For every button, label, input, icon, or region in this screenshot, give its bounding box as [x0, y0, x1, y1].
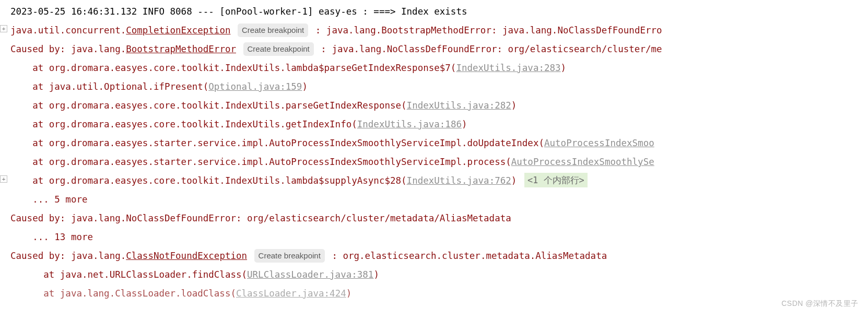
source-link[interactable]: IndexUtils.java:762 — [407, 175, 511, 186]
console-output: 2023-05-25 16:46:31.132 INFO 8068 --- [o… — [0, 0, 868, 303]
log-line-info: 2023-05-25 16:46:31.132 INFO 8068 --- [o… — [0, 2, 868, 21]
log-text: Caused by: java.lang. — [10, 251, 126, 261]
log-text: at java.util.Optional.ifPresent( — [32, 81, 208, 92]
create-breakpoint-button[interactable]: Create breakpoint — [254, 249, 325, 263]
log-line-caused-by: Caused by: java.lang.BootstrapMethodErro… — [0, 40, 868, 58]
log-text: ) — [511, 175, 517, 186]
expand-icon[interactable]: + — [0, 25, 7, 32]
exception-link[interactable]: BootstrapMethodError — [126, 44, 236, 54]
log-text: 2023-05-25 16:46:31.132 INFO 8068 --- [o… — [10, 6, 467, 17]
log-text: ) — [302, 81, 308, 92]
log-text: Caused by: java.lang.NoClassDefFoundErro… — [10, 213, 511, 223]
source-link[interactable]: AutoProcessIndexSmoothlySe — [511, 157, 654, 167]
exception-link[interactable]: ClassNotFoundException — [126, 251, 247, 261]
log-line-stack: at org.dromara.easyes.starter.service.im… — [0, 134, 868, 152]
log-text: ... 5 more — [32, 194, 87, 205]
source-link[interactable]: IndexUtils.java:282 — [407, 100, 511, 111]
log-line-stack: at org.dromara.easyes.core.toolkit.Index… — [0, 58, 868, 77]
log-text: java.util.concurrent. — [10, 25, 126, 35]
source-link[interactable]: ClassLoader.java:424 — [236, 288, 346, 299]
expand-icon[interactable]: + — [0, 175, 7, 183]
log-line-exception: + java.util.concurrent.CompletionExcepti… — [0, 21, 868, 40]
log-line-stack: at org.dromara.easyes.core.toolkit.Index… — [0, 115, 868, 134]
folded-frames-hint[interactable]: <1 个内部行> — [524, 173, 588, 187]
watermark: CSDN @深情不及里子 — [781, 294, 859, 313]
source-link[interactable]: Optional.java:159 — [208, 81, 302, 92]
log-text: at java.net.URLClassLoader.findClass( — [43, 269, 247, 280]
log-line-caused-by: Caused by: java.lang.NoClassDefFoundErro… — [0, 209, 868, 228]
log-line-stack: + at org.dromara.easyes.core.toolkit.Ind… — [0, 171, 868, 190]
log-text: ) — [346, 288, 352, 299]
log-line-caused-by: Caused by: java.lang.ClassNotFoundExcept… — [0, 246, 868, 265]
log-line-stack: at org.dromara.easyes.core.toolkit.Index… — [0, 96, 868, 115]
log-text: at java.lang.ClassLoader.loadClass( — [43, 288, 236, 299]
log-line-more: ... 13 more — [0, 228, 868, 246]
source-link[interactable]: IndexUtils.java:186 — [357, 119, 462, 129]
log-line-stack: at java.lang.ClassLoader.loadClass(Class… — [0, 284, 868, 303]
log-text: at org.dromara.easyes.core.toolkit.Index… — [32, 175, 406, 186]
log-text: at org.dromara.easyes.core.toolkit.Index… — [32, 63, 456, 73]
create-breakpoint-button[interactable]: Create breakpoint — [238, 23, 308, 37]
log-text: Caused by: java.lang. — [10, 44, 126, 54]
log-line-stack: at java.net.URLClassLoader.findClass(URL… — [0, 265, 868, 284]
log-text: : java.lang.NoClassDefFoundError: org/el… — [321, 44, 662, 54]
log-line-more: ... 5 more — [0, 190, 868, 209]
log-text: ) — [373, 269, 379, 280]
log-text: : java.lang.BootstrapMethodError: java.l… — [315, 25, 662, 35]
create-breakpoint-button[interactable]: Create breakpoint — [243, 42, 314, 56]
log-text: at org.dromara.easyes.core.toolkit.Index… — [32, 100, 406, 111]
source-link[interactable]: AutoProcessIndexSmoo — [544, 138, 654, 148]
log-text: ) — [511, 100, 517, 111]
log-text: : org.elasticsearch.cluster.metadata.Ali… — [332, 251, 607, 261]
log-text: ... 13 more — [32, 232, 93, 242]
log-line-stack: at java.util.Optional.ifPresent(Optional… — [0, 77, 868, 96]
exception-link[interactable]: CompletionException — [126, 25, 230, 35]
log-text: ) — [561, 63, 567, 73]
log-text: at org.dromara.easyes.starter.service.im… — [32, 157, 511, 167]
log-text: at org.dromara.easyes.core.toolkit.Index… — [32, 119, 357, 129]
log-text: ) — [462, 119, 467, 129]
log-text: at org.dromara.easyes.starter.service.im… — [32, 138, 544, 148]
log-line-stack: at org.dromara.easyes.starter.service.im… — [0, 152, 868, 171]
source-link[interactable]: URLClassLoader.java:381 — [247, 269, 373, 280]
source-link[interactable]: IndexUtils.java:283 — [456, 63, 560, 73]
